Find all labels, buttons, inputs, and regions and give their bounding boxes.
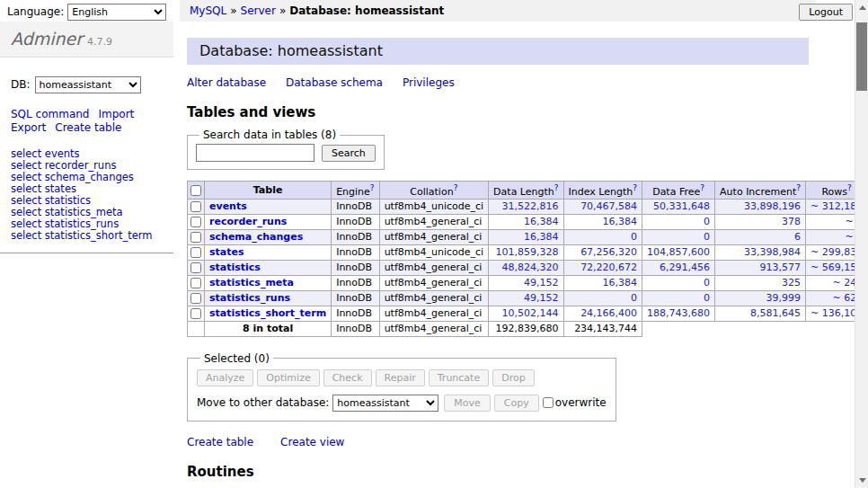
breadcrumb-current: Database: homeassistant bbox=[289, 4, 444, 17]
table-name-link[interactable]: events bbox=[209, 200, 247, 212]
scrollbar[interactable] bbox=[855, 0, 868, 488]
scrollbar-up-icon[interactable] bbox=[859, 5, 866, 10]
move-button[interactable]: Move bbox=[444, 395, 491, 412]
main-content: Database: homeassistant Alter databaseDa… bbox=[180, 22, 863, 488]
breadcrumb-server-link[interactable]: Server bbox=[241, 4, 276, 17]
row-checkbox[interactable] bbox=[190, 262, 201, 273]
table-row: statistics InnoDB utf8mb4_general_ci 48,… bbox=[188, 260, 868, 275]
move-controls: Move to other database:homeassistantMove… bbox=[197, 395, 607, 412]
row-checkbox[interactable] bbox=[190, 247, 201, 258]
table-row: statistics_runs InnoDB utf8mb4_general_c… bbox=[188, 290, 868, 306]
sidebar-link-statistics-runs[interactable]: select statistics_runs bbox=[11, 217, 119, 230]
routines-heading: Routines bbox=[187, 464, 863, 480]
table-row: events InnoDB utf8mb4_unicode_ci 31,522,… bbox=[188, 199, 868, 214]
table-name-link[interactable]: schema_changes bbox=[209, 231, 303, 243]
optimize-button[interactable]: Optimize bbox=[257, 369, 319, 386]
language-control: Language:English bbox=[7, 4, 166, 22]
table-name-link[interactable]: recorder_runs bbox=[209, 216, 287, 227]
search-fieldset: Search data in tables (8) Search bbox=[187, 129, 385, 170]
language-select[interactable]: English bbox=[67, 4, 166, 21]
row-checkbox[interactable] bbox=[190, 308, 201, 319]
drop-button[interactable]: Drop bbox=[492, 369, 534, 386]
alter-database-link[interactable]: Alter database bbox=[187, 76, 266, 89]
table-total-row: 8 in total InnoDB utf8mb4_general_ci 192… bbox=[188, 321, 868, 336]
sql-command-link[interactable]: SQL command bbox=[11, 108, 89, 120]
language-label: Language: bbox=[7, 5, 64, 18]
sidebar-link-statistics-short-term[interactable]: select statistics_short_term bbox=[11, 229, 152, 242]
help-icon[interactable]: ? bbox=[554, 183, 559, 192]
help-icon[interactable]: ? bbox=[633, 183, 637, 192]
scrollbar-thumb[interactable] bbox=[856, 22, 867, 91]
move-db-select[interactable]: homeassistant bbox=[332, 395, 438, 412]
app-brand: Adminer4.7.9 bbox=[0, 22, 173, 58]
create-table-link-main[interactable]: Create table bbox=[187, 436, 253, 448]
table-header-row: Table Engine? Collation? Data Length? In… bbox=[188, 182, 868, 200]
total-label: 8 in total bbox=[205, 321, 332, 336]
repair-button[interactable]: Repair bbox=[376, 369, 425, 386]
overwrite-checkbox[interactable] bbox=[543, 397, 554, 408]
select-all-checkbox[interactable] bbox=[190, 185, 201, 196]
scrollbar-down-icon[interactable] bbox=[859, 478, 866, 483]
breadcrumb-separator: » bbox=[230, 4, 236, 17]
help-icon[interactable]: ? bbox=[847, 183, 852, 192]
help-icon[interactable]: ? bbox=[796, 183, 801, 192]
search-legend: Search data in tables (8) bbox=[199, 129, 340, 141]
export-link[interactable]: Export bbox=[11, 121, 46, 134]
column-header-engine: Engine? bbox=[332, 182, 379, 200]
create-table-link[interactable]: Create table bbox=[55, 121, 121, 134]
move-label: Move to other database: bbox=[197, 396, 329, 409]
column-header-data-free: Data Free? bbox=[642, 182, 715, 200]
tables-and-views-heading: Tables and views bbox=[187, 104, 863, 120]
help-icon[interactable]: ? bbox=[370, 183, 375, 192]
table-row: statistics_short_term InnoDB utf8mb4_gen… bbox=[188, 306, 868, 321]
check-button[interactable]: Check bbox=[323, 369, 372, 386]
bulk-actions: AnalyzeOptimizeCheckRepairTruncateDrop bbox=[197, 369, 607, 386]
column-header-data-length: Data Length? bbox=[489, 182, 563, 200]
sidebar-link-states[interactable]: select states bbox=[11, 182, 76, 195]
sidebar-tables-list: select events select recorder_runs selec… bbox=[0, 148, 173, 253]
selected-fieldset: Selected (0) AnalyzeOptimizeCheckRepairT… bbox=[187, 352, 616, 421]
app-version: 4.7.9 bbox=[87, 36, 112, 48]
db-label: DB: bbox=[11, 78, 31, 91]
analyze-button[interactable]: Analyze bbox=[197, 369, 253, 386]
help-icon[interactable]: ? bbox=[454, 183, 458, 192]
row-checkbox[interactable] bbox=[190, 201, 201, 212]
table-name-link[interactable]: states bbox=[209, 246, 244, 258]
table-name-link[interactable]: statistics bbox=[209, 262, 261, 273]
table-row: states InnoDB utf8mb4_unicode_ci 101,859… bbox=[188, 244, 868, 260]
breadcrumb-separator: » bbox=[279, 4, 286, 17]
database-schema-link[interactable]: Database schema bbox=[286, 76, 383, 89]
row-checkbox[interactable] bbox=[190, 278, 201, 288]
import-link[interactable]: Import bbox=[98, 108, 134, 120]
database-links: Alter databaseDatabase schemaPrivileges bbox=[187, 76, 863, 89]
help-icon[interactable]: ? bbox=[700, 183, 704, 192]
table-name-link[interactable]: statistics_short_term bbox=[209, 307, 326, 319]
table-name-link[interactable]: statistics_meta bbox=[209, 277, 294, 288]
table-name-link[interactable]: statistics_runs bbox=[209, 292, 290, 304]
privileges-link[interactable]: Privileges bbox=[403, 76, 455, 89]
column-header-index-length: Index Length? bbox=[563, 182, 642, 200]
breadcrumb-system-link[interactable]: MySQL bbox=[190, 4, 226, 17]
sidebar-link-statistics[interactable]: select statistics bbox=[11, 194, 91, 207]
logout-button[interactable]: Logout bbox=[799, 4, 853, 21]
row-checkbox[interactable] bbox=[190, 293, 201, 304]
row-checkbox[interactable] bbox=[190, 217, 201, 227]
overwrite-label: overwrite bbox=[555, 396, 607, 409]
sidebar-link-events[interactable]: select events bbox=[11, 147, 80, 160]
db-selector: DB:homeassistant bbox=[11, 76, 163, 93]
copy-button[interactable]: Copy bbox=[494, 395, 539, 412]
sidebar-link-recorder-runs[interactable]: select recorder_runs bbox=[11, 159, 116, 172]
search-button[interactable]: Search bbox=[322, 145, 376, 162]
column-header-auto-increment: Auto Increment? bbox=[715, 182, 806, 200]
sidebar-link-statistics-meta[interactable]: select statistics_meta bbox=[11, 206, 123, 218]
sidebar-link-schema-changes[interactable]: select schema_changes bbox=[11, 171, 134, 183]
table-row: statistics_meta InnoDB utf8mb4_general_c… bbox=[188, 275, 868, 290]
truncate-button[interactable]: Truncate bbox=[429, 369, 489, 386]
sidebar-actions: SQL commandImport ExportCreate table bbox=[11, 108, 163, 135]
search-input[interactable] bbox=[196, 144, 314, 162]
table-row: recorder_runs InnoDB utf8mb4_general_ci … bbox=[188, 214, 868, 229]
row-checkbox[interactable] bbox=[190, 232, 201, 243]
db-select[interactable]: homeassistant bbox=[35, 76, 141, 93]
create-view-link[interactable]: Create view bbox=[280, 436, 344, 448]
app-name: Adminer bbox=[11, 29, 83, 49]
